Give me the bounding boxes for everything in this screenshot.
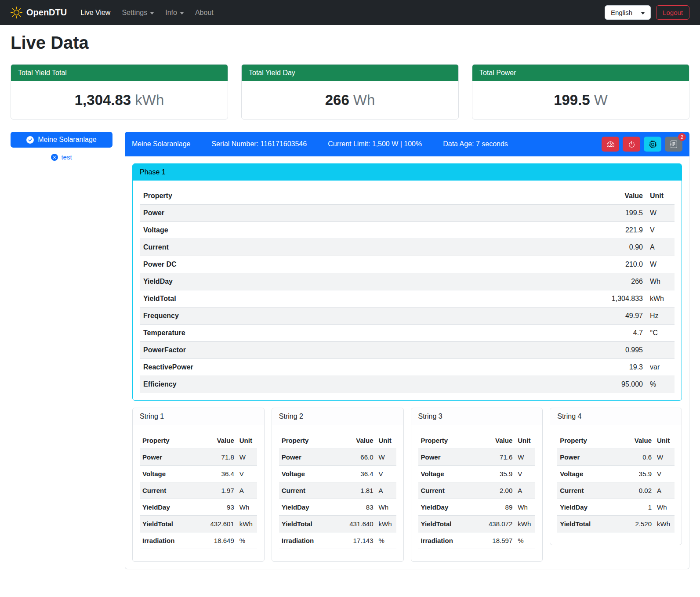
limit-settings-button[interactable]	[602, 137, 619, 152]
inverter-limit: Current Limit: 1,500 W | 100%	[328, 140, 422, 148]
event-count-badge: 2	[678, 133, 686, 141]
row-property: YieldDay	[140, 273, 589, 290]
nav-item-label: About	[195, 9, 214, 17]
summary-card-unit: Wh	[353, 92, 375, 108]
table-row: Power66.0W	[279, 449, 396, 466]
summary-card-body: 1,304.83kWh	[11, 81, 228, 119]
page-content: Live Data Total Yield Total 1,304.83kWh …	[0, 33, 700, 583]
language-select[interactable]: English	[605, 5, 651, 20]
table-row: YieldTotal432.601kWh	[140, 516, 257, 532]
table-row: YieldTotal431.640kWh	[279, 516, 396, 532]
nav-item-label: Settings	[122, 9, 147, 17]
table-row: Power DC210.0W	[140, 256, 675, 273]
row-unit: kWh	[237, 516, 257, 532]
phase-card: Phase 1 Property Value Unit Power199.5WV…	[132, 163, 682, 401]
inverter-sidebar: Meine Solaranlage test	[11, 132, 112, 161]
row-value: 93	[204, 499, 237, 516]
row-unit: Hz	[646, 308, 675, 325]
row-unit: kWh	[654, 516, 675, 532]
column-header-property: Property	[140, 432, 204, 449]
table-row: Current2.00A	[418, 482, 536, 499]
row-property: PowerFactor	[140, 342, 589, 359]
inverter-select-button[interactable]: Meine Solaranlage	[11, 132, 112, 148]
event-log-button[interactable]: 2	[665, 137, 682, 152]
table-row: YieldTotal438.072kWh	[418, 516, 536, 532]
table-row: Voltage221.9V	[140, 222, 675, 239]
inverter-panel-actions: 2	[602, 137, 682, 152]
top-navbar: OpenDTU Live View Settings Info About En…	[0, 0, 700, 25]
row-value: 71.8	[204, 449, 237, 466]
row-property: YieldDay	[557, 499, 622, 516]
row-value: 266	[589, 273, 646, 290]
summary-card-title: Total Power	[472, 65, 689, 81]
row-property: Power	[140, 449, 204, 466]
row-unit: A	[237, 482, 257, 499]
summary-card-unit: W	[594, 92, 608, 108]
row-property: YieldTotal	[557, 516, 622, 532]
row-value: 1,304.833	[589, 290, 646, 308]
navbar-left: OpenDTU Live View Settings Info About	[11, 5, 219, 20]
column-header-value: Value	[344, 432, 376, 449]
table-row: Voltage35.9V	[418, 466, 536, 482]
row-unit: A	[646, 239, 675, 256]
column-header-property: Property	[279, 432, 344, 449]
string-card-body: Property Value Unit Power66.0WVoltage36.…	[272, 425, 403, 561]
inverter-item-test[interactable]: test	[11, 153, 112, 161]
logout-button[interactable]: Logout	[656, 5, 689, 20]
row-property: Current	[418, 482, 483, 499]
table-row: Current0.90A	[140, 239, 675, 256]
string-card-body: Property Value Unit Power0.6WVoltage35.9…	[550, 425, 682, 545]
page-title: Live Data	[11, 33, 689, 53]
brand-logo[interactable]: OpenDTU	[11, 7, 67, 18]
row-unit: kWh	[376, 516, 396, 532]
row-value: 71.6	[482, 449, 515, 466]
table-header-row: Property Value Unit	[557, 432, 675, 449]
speedometer-icon	[607, 141, 614, 148]
row-property: Power	[140, 205, 589, 222]
row-unit: Wh	[376, 499, 396, 516]
row-property: Power DC	[140, 256, 589, 273]
nav-item-info[interactable]: Info	[160, 5, 189, 20]
row-property: Power	[418, 449, 483, 466]
row-value: 2.00	[482, 482, 515, 499]
row-value: 19.3	[589, 359, 646, 376]
nav-item-live-view[interactable]: Live View	[75, 5, 116, 20]
table-row: YieldDay266Wh	[140, 273, 675, 290]
row-property: ReactivePower	[140, 359, 589, 376]
nav-item-about[interactable]: About	[189, 5, 219, 20]
table-row: Power71.8W	[140, 449, 257, 466]
row-value: 36.4	[344, 466, 376, 482]
table-row: Current0.02A	[557, 482, 675, 499]
main-row: Meine Solaranlage test Meine Solaranlage…	[11, 132, 689, 569]
row-value: 1.81	[344, 482, 376, 499]
device-info-button[interactable]	[644, 137, 661, 152]
check-circle-icon	[26, 136, 34, 144]
power-control-button[interactable]	[623, 137, 640, 152]
language-select-value: English	[611, 9, 632, 16]
row-property: Power	[279, 449, 344, 466]
row-unit: A	[376, 482, 396, 499]
row-value: 18.597	[482, 532, 515, 549]
summary-card-total-power: Total Power 199.5W	[472, 64, 689, 119]
row-value: 66.0	[344, 449, 376, 466]
table-row: ReactivePower19.3var	[140, 359, 675, 376]
chevron-down-icon	[150, 12, 154, 14]
phase-card-title: Phase 1	[133, 164, 682, 181]
table-header-row: Property Value Unit	[279, 432, 396, 449]
column-header-unit: Unit	[654, 432, 675, 449]
summary-card-title: Total Yield Day	[242, 65, 458, 81]
nav-item-settings[interactable]: Settings	[116, 5, 160, 20]
table-row: Irradiation18.597%	[418, 532, 536, 549]
row-unit: W	[515, 449, 535, 466]
row-property: Irradiation	[140, 532, 204, 549]
table-row: Current1.81A	[279, 482, 396, 499]
row-unit: %	[646, 376, 675, 393]
column-header-unit: Unit	[237, 432, 257, 449]
inverter-item-label: test	[61, 153, 72, 161]
column-header-value: Value	[204, 432, 237, 449]
table-row: YieldDay89Wh	[418, 499, 536, 516]
power-icon	[628, 141, 635, 148]
column-header-property: Property	[140, 188, 589, 205]
row-unit: V	[654, 466, 675, 482]
row-unit: %	[237, 532, 257, 549]
